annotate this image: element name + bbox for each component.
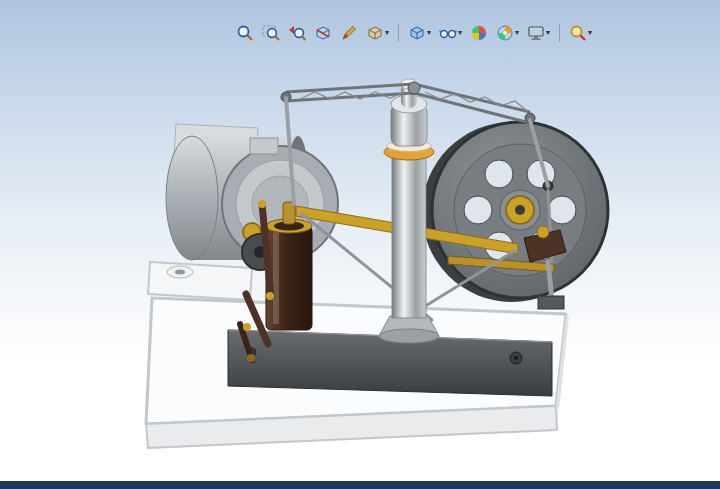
hide-show-items-button[interactable]: ▾ bbox=[437, 19, 464, 47]
dynamic-annotation-views-button[interactable] bbox=[338, 19, 360, 47]
color-ball-icon bbox=[470, 24, 488, 42]
display-style-button[interactable]: ▾ bbox=[406, 19, 433, 47]
displacer-cylinder[interactable] bbox=[266, 202, 312, 330]
magnifier-yellow-icon bbox=[569, 24, 587, 42]
apply-scene-button[interactable]: ▾ bbox=[494, 19, 521, 47]
engine-model[interactable] bbox=[0, 0, 720, 481]
edit-appearance-button[interactable] bbox=[468, 19, 490, 47]
zoom-to-fit-button[interactable] bbox=[234, 19, 256, 47]
previous-view-icon bbox=[288, 24, 306, 42]
dropdown-arrow-icon[interactable]: ▾ bbox=[385, 29, 389, 37]
zoom-to-area-icon bbox=[262, 24, 280, 42]
bottom-status-strip bbox=[0, 481, 720, 489]
view-settings-button[interactable]: ▾ bbox=[525, 19, 552, 47]
view-orientation-button[interactable]: ▾ bbox=[364, 19, 391, 47]
display-style-cube-icon bbox=[408, 24, 426, 42]
annotation-pencil-icon bbox=[340, 24, 358, 42]
dropdown-arrow-icon[interactable]: ▾ bbox=[427, 29, 431, 37]
heads-up-view-toolbar: ▾ ▾ ▾ bbox=[234, 20, 594, 46]
zoom-to-fit-icon bbox=[236, 24, 254, 42]
glasses-icon bbox=[439, 24, 457, 42]
toolbar-separator bbox=[398, 24, 399, 42]
monitor-icon bbox=[527, 24, 545, 42]
dropdown-arrow-icon[interactable]: ▾ bbox=[515, 29, 519, 37]
view-orientation-cube-icon bbox=[366, 24, 384, 42]
toolbar-separator bbox=[559, 24, 560, 42]
flywheel[interactable] bbox=[422, 122, 608, 302]
section-view-icon bbox=[314, 24, 332, 42]
cad-viewport[interactable]: ▾ ▾ ▾ bbox=[0, 0, 720, 481]
scene-ball-icon bbox=[496, 24, 514, 42]
section-view-button[interactable] bbox=[312, 19, 334, 47]
dropdown-arrow-icon[interactable]: ▾ bbox=[458, 29, 462, 37]
dropdown-arrow-icon[interactable]: ▾ bbox=[588, 29, 592, 37]
previous-view-button[interactable] bbox=[286, 19, 308, 47]
zoom-to-area-button[interactable] bbox=[260, 19, 282, 47]
magnified-selection-button[interactable]: ▾ bbox=[567, 19, 594, 47]
dropdown-arrow-icon[interactable]: ▾ bbox=[546, 29, 550, 37]
